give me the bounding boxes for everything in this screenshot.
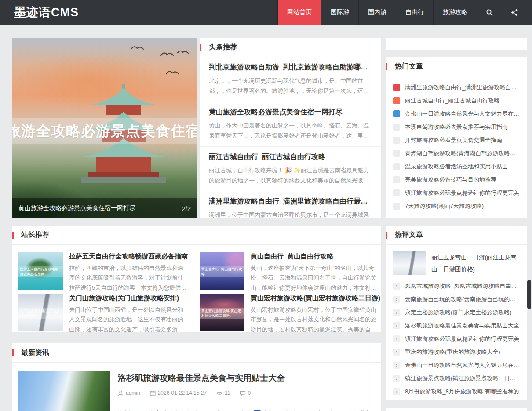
recommend-section-header: 站长推荐 [12, 226, 381, 245]
article-thumbnail[interactable]: 关门山旅游攻略(关门山旅游攻略安排) [18, 294, 63, 331]
scrollbar-thumb[interactable] [527, 280, 531, 309]
list-item[interactable]: 丽江古城自由行_丽江古城自由行攻略 [393, 94, 520, 107]
list-item-label: 金佛山一日游攻略自然风光与人文魅力尽在其中 [405, 110, 520, 118]
chevron-right-icon: › [393, 335, 400, 342]
article-excerpt: 拉萨，西藏的首府，以其雄伟的自然景观和深厚的文化底蕴吸引着无数游客，对于计划前往… [69, 263, 188, 293]
search-button[interactable] [477, 0, 502, 25]
article-thumbnail[interactable]: 黄山自由行_黄山自由行攻略 [200, 252, 244, 290]
list-item-label: 凤凰古城旅游攻略_凤凰古城旅游攻略自由行三天 [405, 282, 520, 290]
list-item[interactable]: ›镇江旅游景点攻略(镇江旅游景点攻略一日游最佳路线) [393, 372, 520, 385]
date-meta: 2026-01-22 14:15:27 [150, 390, 207, 396]
article-title-link[interactable]: 黄山旅游全攻略必游景点美食住宿一网打尽 [209, 108, 372, 117]
calendar-icon [150, 390, 156, 396]
pagoda-illustration [69, 81, 179, 215]
list-item[interactable]: ›8月份旅游攻略_8月份旅游攻略 有哪些推荐的 [393, 385, 520, 398]
hero-carousel[interactable]: 旅游全攻略必游景点美食住宿一网 黄山旅游全攻略必游景点美食住宿一网打尽 2/2 [12, 38, 197, 218]
rank-badge [393, 189, 400, 196]
list-item[interactable]: ›镇江旅游攻略必玩景点精选让你的行程更完美 [393, 332, 520, 346]
nav-item-independent[interactable]: 自由行 [396, 0, 433, 25]
site-logo[interactable]: 墨迹语CMS [14, 4, 79, 20]
share-icon [511, 9, 518, 16]
publish-date: 2026-01-22 14:15:27 [158, 390, 207, 396]
carousel-page-indicator: 2/2 [182, 205, 191, 212]
article-excerpt: 黄山宏村旅游攻略黄山宏村，位于中国安徽省黄山市黟县，是一处以古村落文化和自然风光… [251, 305, 380, 332]
article-title-link[interactable]: 满洲里旅游攻略自由行_满洲里旅游攻略自由行最佳路线 [209, 197, 372, 206]
hero-watermark-text: 旅游全攻略必游景点美食住宿一网 [12, 121, 197, 141]
latest-article: 洛杉矶旅游攻略最佳景点美食与实用贴士大全 洛杉矶旅游攻略最佳景点美食与实用贴士大… [12, 363, 381, 411]
article-body: 洛杉矶旅游攻略最佳景点美食与实用贴士大全 admin 2026-01-22 14… [118, 371, 375, 411]
list-item[interactable]: ›洛杉矶旅游攻略最佳景点美食与实用贴士大全 [393, 319, 520, 332]
chevron-right-icon: › [393, 296, 400, 303]
list-item[interactable]: 满洲里旅游攻略自由行_满洲里旅游攻略自由行最佳路线 [393, 81, 520, 94]
list-item-label: 永定土楼旅游攻略(厦门永定土楼旅游攻略) [405, 309, 520, 316]
article-title-link[interactable]: 到北京旅游攻略自助游_到北京旅游攻略自助游哪里住宿便宜 [209, 63, 372, 72]
list-item[interactable]: 镇江旅游攻略必玩景点精选让你的行程更完美 [393, 186, 520, 200]
card-body: 黄山宏村旅游攻略(黄山宏村旅游攻略二日游) 黄山宏村旅游攻略黄山宏村，位于中国安… [251, 294, 380, 332]
comment-icon [240, 390, 246, 396]
article-thumbnail[interactable]: 洛杉矶旅游攻略最佳景点美食与实用贴士大全 [18, 371, 110, 411]
section-title: 头条推荐 [209, 43, 237, 52]
article-excerpt: 关门山位于中国山西省，是一处以自然风光和人文景观闻名的旅游胜地，这里不仅有壮丽的… [69, 305, 188, 332]
article-title-link[interactable]: 关门山旅游攻略(关门山旅游攻略安排) [69, 294, 188, 302]
nav-item-home[interactable]: 网站首页 [277, 0, 321, 25]
next-panel-edge [386, 408, 527, 411]
list-item[interactable]: 金佛山一日游攻略自然风光与人文魅力尽在其中 [393, 107, 520, 120]
hot-section-header: 热门文章 [386, 57, 527, 76]
list-item-label: 完美旅游攻略必备技巧与目的地推荐 [405, 176, 520, 184]
article-title-link[interactable]: 黄山宏村旅游攻略(黄山宏村旅游攻略二日游) [251, 294, 380, 302]
article-title-link[interactable]: 洛杉矶旅游攻略最佳景点美食与实用贴士大全 [118, 372, 375, 384]
article-card: 拉萨五天自由行全攻略畅游西藏必备指南 拉萨五天自由行全攻略畅游西藏必备指南 拉萨… [18, 252, 188, 291]
chevron-right-icon: › [393, 283, 400, 290]
list-item[interactable]: 青海湖自驾旅游攻略(青海湖自驾旅游攻略路线推荐) [393, 147, 520, 160]
nav-item-international[interactable]: 国际游 [321, 0, 358, 25]
headline-list: 到北京旅游攻略自助游_到北京旅游攻略自助游哪里住宿便宜 北京，，一个充满历史沉淀… [200, 57, 381, 218]
eye-icon [216, 390, 222, 396]
article-thumbnail[interactable] [393, 251, 426, 275]
thumbnail-overlay-text: 拉萨五天自由行全攻略畅游西藏必备指南 [18, 266, 63, 277]
headline-section-header: 头条推荐 [200, 38, 381, 57]
rank-badge-2 [393, 97, 400, 104]
accent-bar [12, 349, 14, 356]
section-title: 最新资讯 [21, 348, 49, 357]
list-item[interactable]: 本溪自驾游攻略必去景点推荐与实用指南 [393, 120, 520, 134]
list-item-label: 温泉旅游攻略必看泡汤圣地和实用小贴士 [405, 163, 520, 171]
article-excerpt: 黄山，作为中国最著名的山脉之一，以其奇峰、怪石、云海、温泉而享誉天下，，无论是摄… [209, 120, 372, 141]
hero-caption-link[interactable]: 黄山旅游全攻略必游景点美食住宿一网打尽 [18, 204, 177, 212]
share-button[interactable] [502, 0, 527, 25]
author-name[interactable]: admin [126, 390, 140, 396]
list-item[interactable]: 开封旅游攻略必看景点美食交通全指南 [393, 134, 520, 147]
headline-panel: 头条推荐 到北京旅游攻略自助游_到北京旅游攻略自助游哪里住宿便宜 北京，，一个充… [200, 38, 381, 218]
chevron-right-icon: › [393, 349, 400, 356]
latest-section-header: 最新资讯 [12, 343, 381, 363]
rank-badge [393, 203, 400, 210]
list-item[interactable]: 温泉旅游攻略必看泡汤圣地和实用小贴士 [393, 160, 520, 173]
latest-news-panel: 最新资讯 洛杉矶旅游攻略最佳景点美食与实用贴士大全 洛杉矶旅游攻略最佳景点美食与… [12, 343, 381, 411]
author-icon [118, 390, 124, 396]
hot-comments-list: ›凤凰古城旅游攻略_凤凰古城旅游攻略自由行三天 ›云南旅游自己玩的攻略(云南旅游… [386, 279, 527, 398]
list-item[interactable]: ›重庆的旅游攻略(重庆的旅游攻略大全) [393, 346, 520, 359]
accent-bar [12, 232, 14, 239]
article-title-link[interactable]: 丽江玉龙雪山一日游(丽江玉龙雪山一日游团价格) [431, 251, 520, 275]
nav-item-domestic[interactable]: 国内游 [358, 0, 396, 25]
card-body: 拉萨五天自由行全攻略畅游西藏必备指南 拉萨，西藏的首府，以其雄伟的自然景观和深厚… [69, 252, 188, 291]
article-title-link[interactable]: 丽江古城自由行_丽江古城自由行攻略 [209, 153, 372, 162]
featured-article[interactable]: 丽江玉龙雪山一日游(丽江玉龙雪山一日游团价格) [386, 245, 527, 279]
article-title-link[interactable]: 黄山自由行_黄山自由行攻略 [251, 252, 380, 261]
section-title: 站长推荐 [21, 230, 49, 240]
list-item[interactable]: 7天旅游攻略(潮汕7天旅游攻略) [393, 200, 520, 213]
article-title-link[interactable]: 拉萨五天自由行全攻略畅游西藏必备指南 [69, 252, 188, 261]
list-item-label: 开封旅游攻略必看景点美食交通全指南 [405, 136, 520, 144]
list-item[interactable]: ›云南旅游自己玩的攻略(云南旅游自己玩的攻略大全) [393, 293, 520, 306]
article-thumbnail[interactable]: 黄山宏村旅游攻略(黄山宏村旅游攻略二日游) [200, 294, 244, 331]
list-item[interactable]: ›永定土楼旅游攻略(厦门永定土楼旅游攻略) [393, 306, 520, 319]
article-card: 黄山宏村旅游攻略(黄山宏村旅游攻略二日游) 黄山宏村旅游攻略(黄山宏村旅游攻略二… [200, 294, 380, 332]
list-item-label: 丽江古城自由行_丽江古城自由行攻略 [405, 97, 520, 105]
views-meta: 11 [216, 390, 230, 396]
rank-badge [393, 163, 400, 170]
article-thumbnail[interactable]: 拉萨五天自由行全攻略畅游西藏必备指南 [18, 252, 63, 290]
hot-comments-panel: 热评文章 丽江玉龙雪山一日游(丽江玉龙雪山一日游团价格) ›凤凰古城旅游攻略_凤… [386, 226, 527, 400]
list-item[interactable]: 完美旅游攻略必备技巧与目的地推荐 [393, 173, 520, 186]
nav-item-guides[interactable]: 旅游攻略 [433, 0, 477, 25]
list-item[interactable]: ›凤凰古城旅游攻略_凤凰古城旅游攻略自由行三天 [393, 280, 520, 293]
list-item[interactable]: ›金佛山一日游攻略自然风光与人文魅力尽在其中 [393, 359, 520, 372]
